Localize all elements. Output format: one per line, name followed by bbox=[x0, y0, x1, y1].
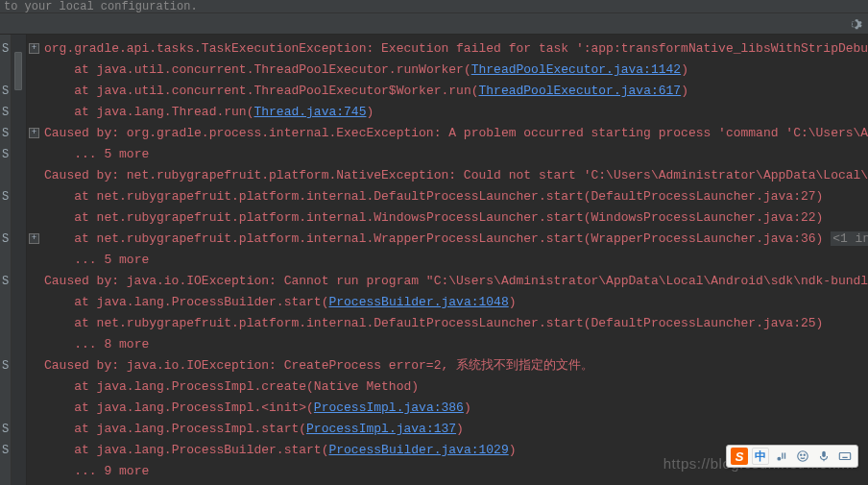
stacktrace-text: ... 8 more bbox=[74, 337, 149, 352]
console-line: at java.lang.ProcessBuilder.start(Proces… bbox=[42, 292, 868, 313]
console-line: at net.rubygrapefruit.platform.internal.… bbox=[42, 207, 868, 229]
fold-gutter: +++ bbox=[27, 35, 42, 485]
console-line: org.gradle.api.tasks.TaskExecutionExcept… bbox=[42, 38, 868, 60]
stacktrace-text: at java.lang.ProcessBuilder.start( bbox=[74, 295, 328, 309]
gutter-mark: S bbox=[0, 123, 11, 144]
console-line: at java.util.concurrent.ThreadPoolExecut… bbox=[42, 60, 868, 81]
console-area: SSSSSSSSSSS +++ org.gradle.api.tasks.Tas… bbox=[0, 35, 868, 485]
gutter-mark: S bbox=[0, 229, 11, 250]
stacktrace-text: at net.rubygrapefruit.platform.internal.… bbox=[74, 231, 823, 246]
console-line: at java.lang.ProcessImpl.<init>(ProcessI… bbox=[42, 398, 868, 419]
fold-toggle[interactable]: + bbox=[29, 128, 39, 138]
svg-rect-4 bbox=[822, 451, 826, 457]
ime-toolbar[interactable]: S 中 bbox=[726, 445, 858, 468]
gutter-mark: S bbox=[0, 355, 11, 376]
stacktrace-text: Caused by: java.io.IOException: Cannot r… bbox=[44, 274, 868, 288]
console-line: at java.lang.Thread.run(Thread.java:745) bbox=[42, 102, 868, 123]
stacktrace-text: ) bbox=[366, 105, 374, 119]
gutter-mark bbox=[0, 398, 11, 419]
stacktrace-text: <1 internal call> bbox=[831, 231, 868, 246]
stacktrace-text: ) bbox=[681, 62, 688, 77]
ime-brand-icon[interactable]: S bbox=[731, 448, 748, 465]
console-line: at net.rubygrapefruit.platform.internal.… bbox=[42, 313, 868, 334]
console-line: at java.lang.ProcessImpl.create(Native M… bbox=[42, 376, 868, 398]
vertical-scrollbar[interactable] bbox=[12, 35, 27, 485]
console-line: Caused by: org.gradle.process.internal.E… bbox=[42, 123, 868, 144]
console-line: Caused by: java.io.IOException: CreatePr… bbox=[42, 355, 868, 376]
stacktrace-text: at net.rubygrapefruit.platform.internal.… bbox=[74, 316, 823, 330]
stacktrace-text: org.gradle.api.tasks.TaskExecutionExcept… bbox=[44, 41, 868, 56]
stacktrace-link[interactable]: ProcessImpl.java:386 bbox=[314, 400, 464, 415]
console-line: Caused by: java.io.IOException: Cannot r… bbox=[42, 271, 868, 292]
stacktrace-text: ... 9 more bbox=[74, 464, 149, 478]
gutter-mark bbox=[0, 250, 11, 271]
stacktrace-text: at net.rubygrapefruit.platform.internal.… bbox=[74, 189, 823, 204]
stacktrace-text: at java.lang.ProcessImpl.<init>( bbox=[74, 400, 314, 415]
stacktrace-link[interactable]: ProcessImpl.java:137 bbox=[306, 422, 456, 436]
console-line: at net.rubygrapefruit.platform.internal.… bbox=[42, 186, 868, 207]
console-line: ... 8 more bbox=[42, 334, 868, 355]
stacktrace-text: Caused by: java.io.IOException: CreatePr… bbox=[44, 358, 593, 373]
gutter-mark: S bbox=[0, 38, 11, 60]
gutter-mark bbox=[0, 165, 11, 186]
console-line: ... 5 more bbox=[42, 250, 868, 271]
stacktrace-text: ... 5 more bbox=[74, 147, 149, 161]
keyboard-icon[interactable] bbox=[836, 448, 854, 465]
stacktrace-text: at java.util.concurrent.ThreadPoolExecut… bbox=[74, 62, 470, 77]
stacktrace-text: ) bbox=[509, 443, 517, 457]
editor-fade-row: to your local configuration. bbox=[0, 0, 868, 13]
stacktrace-text: at java.lang.ProcessImpl.start( bbox=[74, 422, 306, 436]
console-line: at net.rubygrapefruit.platform.internal.… bbox=[42, 229, 868, 250]
stacktrace-text: at java.lang.ProcessBuilder.start( bbox=[74, 443, 328, 457]
gutter-mark bbox=[0, 334, 11, 355]
console-line: Caused by: net.rubygrapefruit.platform.N… bbox=[42, 165, 868, 186]
console-output[interactable]: org.gradle.api.tasks.TaskExecutionExcept… bbox=[42, 35, 868, 485]
scrollbar-thumb[interactable] bbox=[14, 52, 22, 90]
gutter-mark bbox=[0, 292, 11, 313]
gutter-mark: S bbox=[0, 144, 11, 165]
marker-gutter: SSSSSSSSSSS bbox=[0, 35, 12, 485]
stacktrace-text: ) bbox=[681, 84, 688, 98]
stacktrace-text: at java.lang.Thread.run( bbox=[74, 105, 253, 119]
stacktrace-text: Caused by: net.rubygrapefruit.platform.N… bbox=[44, 168, 868, 182]
stacktrace-text: ) bbox=[509, 295, 517, 309]
fold-toggle[interactable]: + bbox=[29, 233, 39, 244]
gutter-mark: S bbox=[0, 102, 11, 123]
punctuation-icon[interactable] bbox=[773, 448, 790, 465]
gear-icon[interactable] bbox=[847, 16, 862, 32]
stacktrace-link[interactable]: ProcessBuilder.java:1048 bbox=[328, 295, 508, 309]
stacktrace-link[interactable]: ThreadPoolExecutor.java:617 bbox=[479, 84, 682, 98]
stacktrace-text: ) bbox=[464, 400, 471, 415]
gutter-mark: S bbox=[0, 271, 11, 292]
gutter-mark bbox=[0, 207, 11, 229]
microphone-icon[interactable] bbox=[815, 448, 832, 465]
console-line: at java.util.concurrent.ThreadPoolExecut… bbox=[42, 81, 868, 102]
stacktrace-text bbox=[823, 231, 831, 246]
stacktrace-link[interactable]: ProcessBuilder.java:1029 bbox=[328, 443, 508, 457]
stacktrace-link[interactable]: ThreadPoolExecutor.java:1142 bbox=[471, 62, 681, 77]
svg-point-1 bbox=[798, 451, 808, 462]
stacktrace-text: at java.lang.ProcessImpl.create(Native M… bbox=[74, 379, 419, 394]
gutter-mark bbox=[0, 313, 11, 334]
svg-point-0 bbox=[778, 457, 781, 460]
fold-toggle[interactable]: + bbox=[29, 43, 39, 54]
gutter-mark: S bbox=[0, 81, 11, 102]
gutter-mark bbox=[0, 461, 11, 482]
gutter-mark: S bbox=[0, 440, 11, 461]
gutter-mark: S bbox=[0, 419, 11, 440]
stacktrace-text: at net.rubygrapefruit.platform.internal.… bbox=[74, 210, 823, 225]
console-line: ... 5 more bbox=[42, 144, 868, 165]
stacktrace-text: at java.util.concurrent.ThreadPoolExecut… bbox=[74, 84, 478, 98]
svg-point-3 bbox=[804, 454, 805, 455]
console-line: at java.lang.ProcessImpl.start(ProcessIm… bbox=[42, 419, 868, 440]
ime-language-icon[interactable]: 中 bbox=[752, 448, 769, 465]
gutter-mark bbox=[0, 60, 11, 81]
stacktrace-link[interactable]: Thread.java:745 bbox=[253, 105, 366, 119]
console-toolbar bbox=[0, 13, 868, 35]
svg-rect-5 bbox=[839, 453, 850, 460]
emoji-icon[interactable] bbox=[794, 448, 811, 465]
stacktrace-text: ) bbox=[456, 422, 464, 436]
svg-point-2 bbox=[801, 454, 802, 455]
gutter-mark bbox=[0, 376, 11, 398]
gutter-mark: S bbox=[0, 186, 11, 207]
